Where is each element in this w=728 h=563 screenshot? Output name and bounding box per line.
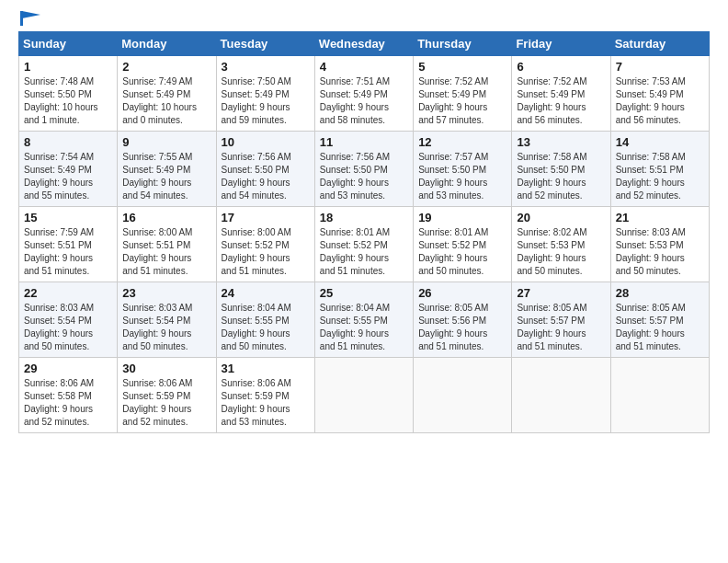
calendar-week-row: 1Sunrise: 7:48 AM Sunset: 5:50 PM Daylig…: [19, 56, 710, 132]
calendar-cell: 15Sunrise: 7:59 AM Sunset: 5:51 PM Dayli…: [19, 207, 118, 282]
day-number: 13: [517, 135, 605, 149]
calendar-cell: 25Sunrise: 8:04 AM Sunset: 5:55 PM Dayli…: [314, 282, 413, 358]
weekday-header-monday: Monday: [118, 32, 216, 56]
calendar-cell: 30Sunrise: 8:06 AM Sunset: 5:59 PM Dayli…: [118, 358, 216, 433]
calendar-cell: 19Sunrise: 8:01 AM Sunset: 5:52 PM Dayli…: [414, 207, 512, 282]
calendar-table: SundayMondayTuesdayWednesdayThursdayFrid…: [18, 31, 710, 433]
calendar-cell: 13Sunrise: 7:58 AM Sunset: 5:50 PM Dayli…: [512, 132, 610, 207]
calendar-week-row: 15Sunrise: 7:59 AM Sunset: 5:51 PM Dayli…: [19, 207, 710, 282]
svg-rect-1: [20, 11, 23, 26]
day-number: 5: [418, 60, 506, 74]
calendar-cell: 24Sunrise: 8:04 AM Sunset: 5:55 PM Dayli…: [216, 282, 314, 358]
calendar-week-row: 22Sunrise: 8:03 AM Sunset: 5:54 PM Dayli…: [19, 282, 710, 358]
day-number: 20: [517, 211, 605, 224]
day-info: Sunrise: 7:56 AM Sunset: 5:50 PM Dayligh…: [222, 151, 310, 202]
calendar-cell: 22Sunrise: 8:03 AM Sunset: 5:54 PM Dayli…: [19, 282, 118, 358]
calendar-cell: 9Sunrise: 7:55 AM Sunset: 5:49 PM Daylig…: [118, 132, 216, 207]
calendar-cell: 21Sunrise: 8:03 AM Sunset: 5:53 PM Dayli…: [610, 207, 709, 282]
day-info: Sunrise: 8:03 AM Sunset: 5:54 PM Dayligh…: [24, 302, 112, 353]
day-number: 24: [222, 286, 310, 300]
weekday-header-tuesday: Tuesday: [216, 32, 314, 56]
day-number: 14: [616, 135, 704, 149]
day-number: 3: [222, 60, 310, 74]
day-info: Sunrise: 7:52 AM Sunset: 5:49 PM Dayligh…: [418, 75, 506, 127]
day-info: Sunrise: 8:05 AM Sunset: 5:56 PM Dayligh…: [418, 302, 506, 353]
calendar-cell: 27Sunrise: 8:05 AM Sunset: 5:57 PM Dayli…: [512, 282, 610, 358]
day-number: 16: [122, 211, 210, 224]
calendar-cell: 8Sunrise: 7:54 AM Sunset: 5:49 PM Daylig…: [19, 132, 118, 207]
logo-flag-icon: [20, 11, 40, 26]
day-info: Sunrise: 8:06 AM Sunset: 5:58 PM Dayligh…: [24, 377, 112, 429]
day-info: Sunrise: 7:58 AM Sunset: 5:51 PM Dayligh…: [616, 151, 704, 202]
logo: [18, 15, 40, 22]
day-info: Sunrise: 8:06 AM Sunset: 5:59 PM Dayligh…: [222, 377, 310, 429]
page-container: SundayMondayTuesdayWednesdayThursdayFrid…: [0, 0, 728, 563]
calendar-cell: 20Sunrise: 8:02 AM Sunset: 5:53 PM Dayli…: [512, 207, 610, 282]
calendar-cell: [512, 358, 610, 433]
day-number: 8: [24, 135, 112, 149]
day-number: 10: [222, 135, 310, 149]
day-info: Sunrise: 7:50 AM Sunset: 5:49 PM Dayligh…: [222, 75, 310, 127]
day-info: Sunrise: 7:56 AM Sunset: 5:50 PM Dayligh…: [320, 151, 408, 202]
calendar-cell: 28Sunrise: 8:05 AM Sunset: 5:57 PM Dayli…: [610, 282, 709, 358]
day-info: Sunrise: 8:05 AM Sunset: 5:57 PM Dayligh…: [616, 302, 704, 353]
day-info: Sunrise: 8:01 AM Sunset: 5:52 PM Dayligh…: [418, 226, 506, 278]
day-number: 4: [320, 60, 408, 74]
calendar-cell: 3Sunrise: 7:50 AM Sunset: 5:49 PM Daylig…: [216, 56, 314, 132]
calendar-cell: 18Sunrise: 8:01 AM Sunset: 5:52 PM Dayli…: [314, 207, 413, 282]
weekday-header-saturday: Saturday: [610, 32, 709, 56]
day-info: Sunrise: 8:06 AM Sunset: 5:59 PM Dayligh…: [122, 377, 210, 429]
calendar-cell: 2Sunrise: 7:49 AM Sunset: 5:49 PM Daylig…: [118, 56, 216, 132]
day-info: Sunrise: 7:55 AM Sunset: 5:49 PM Dayligh…: [122, 151, 210, 202]
day-info: Sunrise: 7:57 AM Sunset: 5:50 PM Dayligh…: [418, 151, 506, 202]
weekday-header-wednesday: Wednesday: [314, 32, 413, 56]
day-info: Sunrise: 8:01 AM Sunset: 5:52 PM Dayligh…: [320, 226, 408, 278]
day-number: 28: [616, 286, 704, 300]
day-number: 17: [222, 211, 310, 224]
day-number: 12: [418, 135, 506, 149]
day-number: 30: [122, 362, 210, 375]
day-info: Sunrise: 8:02 AM Sunset: 5:53 PM Dayligh…: [517, 226, 605, 278]
calendar-cell: 12Sunrise: 7:57 AM Sunset: 5:50 PM Dayli…: [414, 132, 512, 207]
day-number: 22: [24, 286, 112, 300]
day-number: 15: [24, 211, 112, 224]
day-number: 11: [320, 135, 408, 149]
calendar-cell: 6Sunrise: 7:52 AM Sunset: 5:49 PM Daylig…: [512, 56, 610, 132]
day-number: 1: [24, 60, 112, 74]
day-number: 27: [517, 286, 605, 300]
day-number: 26: [418, 286, 506, 300]
header: [18, 15, 710, 22]
day-info: Sunrise: 7:49 AM Sunset: 5:49 PM Dayligh…: [122, 75, 210, 127]
day-number: 25: [320, 286, 408, 300]
day-info: Sunrise: 8:04 AM Sunset: 5:55 PM Dayligh…: [320, 302, 408, 353]
calendar-cell: 16Sunrise: 8:00 AM Sunset: 5:51 PM Dayli…: [118, 207, 216, 282]
calendar-cell: 29Sunrise: 8:06 AM Sunset: 5:58 PM Dayli…: [19, 358, 118, 433]
day-number: 31: [222, 362, 310, 375]
calendar-cell: 1Sunrise: 7:48 AM Sunset: 5:50 PM Daylig…: [19, 56, 118, 132]
day-number: 23: [122, 286, 210, 300]
day-info: Sunrise: 7:48 AM Sunset: 5:50 PM Dayligh…: [24, 75, 112, 127]
day-info: Sunrise: 7:52 AM Sunset: 5:49 PM Dayligh…: [517, 75, 605, 127]
calendar-cell: 4Sunrise: 7:51 AM Sunset: 5:49 PM Daylig…: [314, 56, 413, 132]
calendar-cell: 31Sunrise: 8:06 AM Sunset: 5:59 PM Dayli…: [216, 358, 314, 433]
day-info: Sunrise: 8:03 AM Sunset: 5:53 PM Dayligh…: [616, 226, 704, 278]
day-info: Sunrise: 8:00 AM Sunset: 5:51 PM Dayligh…: [122, 226, 210, 278]
calendar-cell: 17Sunrise: 8:00 AM Sunset: 5:52 PM Dayli…: [216, 207, 314, 282]
calendar-week-row: 8Sunrise: 7:54 AM Sunset: 5:49 PM Daylig…: [19, 132, 710, 207]
svg-marker-0: [22, 11, 40, 18]
calendar-cell: [414, 358, 512, 433]
calendar-cell: [610, 358, 709, 433]
day-number: 7: [616, 60, 704, 74]
day-number: 18: [320, 211, 408, 224]
calendar-cell: 7Sunrise: 7:53 AM Sunset: 5:49 PM Daylig…: [610, 56, 709, 132]
day-number: 21: [616, 211, 704, 224]
calendar-cell: [314, 358, 413, 433]
day-info: Sunrise: 7:59 AM Sunset: 5:51 PM Dayligh…: [24, 226, 112, 278]
calendar-cell: 10Sunrise: 7:56 AM Sunset: 5:50 PM Dayli…: [216, 132, 314, 207]
calendar-cell: 23Sunrise: 8:03 AM Sunset: 5:54 PM Dayli…: [118, 282, 216, 358]
day-number: 29: [24, 362, 112, 375]
day-number: 2: [122, 60, 210, 74]
day-number: 19: [418, 211, 506, 224]
calendar-header-row: SundayMondayTuesdayWednesdayThursdayFrid…: [19, 32, 710, 56]
day-info: Sunrise: 8:03 AM Sunset: 5:54 PM Dayligh…: [122, 302, 210, 353]
